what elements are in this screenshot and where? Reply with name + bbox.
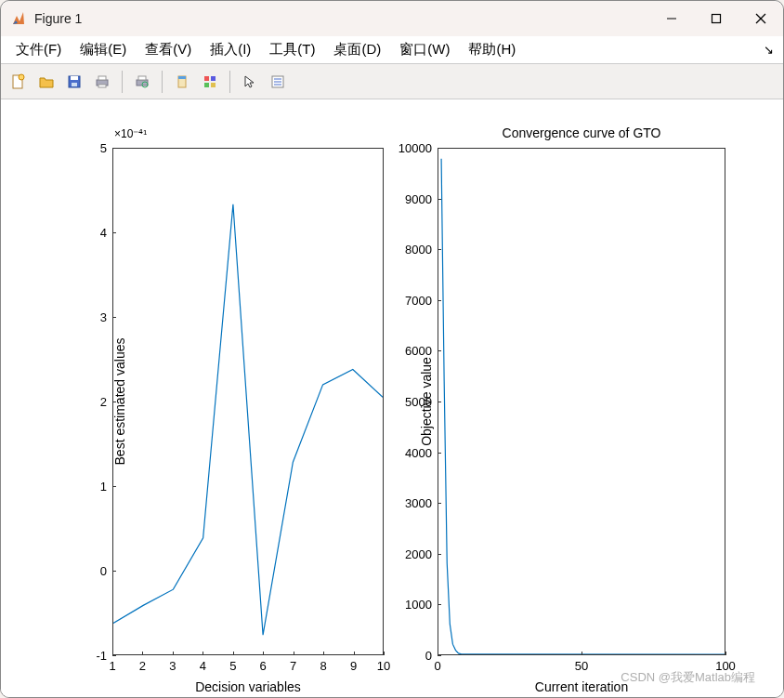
matlab-icon: [10, 10, 27, 27]
minimize-button[interactable]: [649, 1, 694, 36]
cursor-button[interactable]: [238, 70, 262, 94]
x-tick-label: 6: [260, 655, 267, 673]
menu-item[interactable]: 工具(T): [260, 38, 324, 61]
list-button[interactable]: [266, 70, 290, 94]
y-tick-label: 7000: [405, 293, 438, 307]
y-tick-label: 3000: [405, 496, 438, 510]
toolbar-separator: [229, 71, 230, 93]
toolbar-separator: [122, 71, 123, 93]
y-tick-label: 1000: [405, 598, 438, 612]
menu-item[interactable]: 查看(V): [136, 38, 201, 61]
toolbar-separator: [162, 71, 163, 93]
svg-rect-10: [98, 76, 106, 80]
x-tick-label: 1: [109, 655, 115, 673]
svg-rect-18: [211, 76, 216, 81]
figure-window: Figure 1 文件(F)编辑(E)查看(V)插入(I)工具(T)桌面(D)窗…: [0, 0, 784, 698]
toolbar: [1, 64, 783, 99]
menubar-overflow-icon[interactable]: ↘: [764, 43, 774, 57]
y-tick-label: 5000: [405, 395, 438, 409]
new-file-button[interactable]: [7, 70, 31, 94]
y-axis-exponent: ×10⁻⁴¹: [114, 127, 147, 140]
y-tick-label: 2000: [405, 547, 438, 560]
menu-item[interactable]: 插入(I): [201, 38, 260, 61]
x-tick-label: 9: [350, 655, 357, 673]
close-button[interactable]: [738, 1, 783, 36]
menu-item[interactable]: 窗口(W): [390, 38, 459, 61]
svg-rect-20: [211, 83, 216, 87]
x-tick-label: 50: [575, 655, 588, 673]
window-title: Figure 1: [34, 11, 82, 26]
svg-rect-11: [98, 85, 106, 87]
x-tick-label: 5: [229, 655, 236, 673]
y-tick-label: 4: [100, 226, 112, 240]
y-tick-label: 5: [100, 141, 112, 155]
save-button[interactable]: [62, 70, 86, 94]
y-tick-label: 2: [100, 395, 112, 409]
watermark-text: CSDN @我爱Matlab编程: [621, 669, 755, 686]
svg-rect-19: [204, 83, 209, 87]
x-tick-label: 7: [290, 655, 296, 673]
chart-title: Convergence curve of GTO: [438, 125, 725, 140]
menu-item[interactable]: 帮助(H): [459, 38, 525, 61]
window-controls: [649, 1, 783, 36]
y-tick-label: 0: [100, 564, 112, 578]
svg-rect-13: [138, 76, 146, 80]
y-tick-label: 1: [100, 480, 112, 494]
svg-rect-1: [712, 15, 721, 23]
titlebar[interactable]: Figure 1: [1, 1, 783, 36]
svg-rect-7: [71, 76, 78, 80]
print-button[interactable]: [90, 70, 114, 94]
y-tick-label: 10000: [399, 141, 438, 155]
y-tick-label: 6000: [405, 344, 438, 358]
x-tick-label: 2: [139, 655, 146, 673]
x-tick-label: 0: [434, 655, 440, 673]
y-tick-label: 4000: [405, 445, 438, 459]
menu-item[interactable]: 编辑(E): [71, 38, 136, 61]
x-axis-label: Decision variables: [112, 679, 384, 694]
subplot-decision-variables: ×10⁻⁴¹ Best estimated values Decision va…: [112, 148, 384, 655]
x-tick-label: 10: [377, 655, 390, 673]
chart-line-right: [438, 149, 725, 654]
open-folder-button[interactable]: [34, 70, 59, 94]
menu-item[interactable]: 文件(F): [7, 38, 71, 61]
menubar: 文件(F)编辑(E)查看(V)插入(I)工具(T)桌面(D)窗口(W)帮助(H)…: [1, 36, 783, 64]
x-tick-label: 8: [320, 655, 326, 673]
maximize-button[interactable]: [694, 1, 738, 36]
axes-box[interactable]: [112, 148, 384, 655]
y-tick-label: 8000: [405, 243, 438, 257]
x-tick-label: 4: [200, 655, 206, 673]
svg-rect-8: [72, 83, 77, 86]
svg-point-5: [19, 74, 24, 80]
plot-area: ×10⁻⁴¹ Best estimated values Decision va…: [1, 101, 783, 697]
print-preview-button[interactable]: [130, 70, 154, 94]
chart-line-left: [113, 149, 383, 654]
axes-box[interactable]: [438, 148, 725, 655]
menu-item[interactable]: 桌面(D): [324, 38, 390, 61]
colorgrid-button[interactable]: [198, 70, 222, 94]
y-tick-label: 3: [100, 310, 112, 324]
subplot-convergence: Convergence curve of GTO Objective value…: [438, 148, 725, 655]
svg-rect-16: [178, 76, 186, 79]
svg-rect-17: [204, 76, 209, 81]
y-tick-label: 9000: [405, 191, 438, 205]
brush-button[interactable]: [170, 70, 194, 94]
x-tick-label: 3: [169, 655, 176, 673]
